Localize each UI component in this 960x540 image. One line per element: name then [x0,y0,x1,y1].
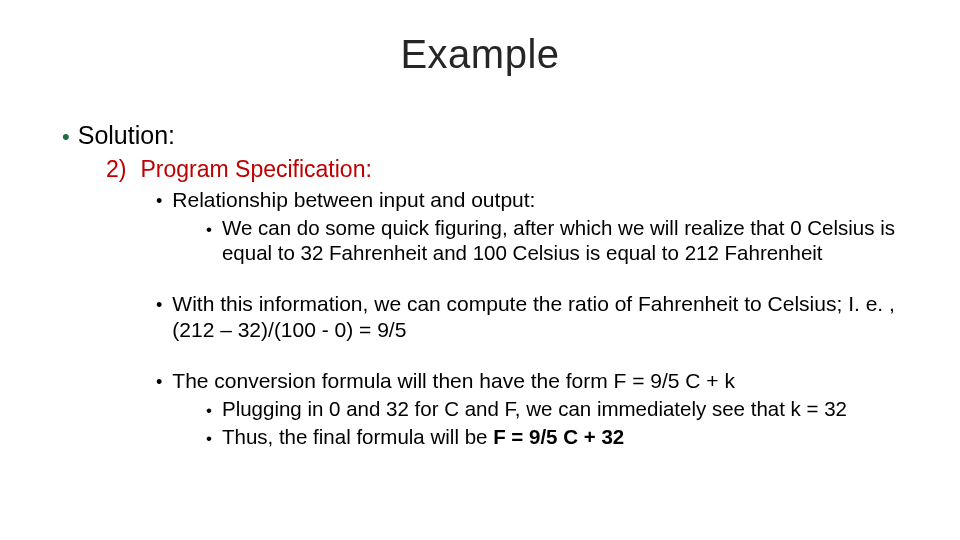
bullet-icon: • [156,372,162,394]
lvl3-text: With this information, we can compute th… [172,291,924,342]
lvl4-prefix: Thus, the final formula will be [222,425,493,448]
bullet-icon: • [206,401,212,422]
bullet-icon: • [156,295,162,317]
spacer [62,342,924,364]
bullet-level-4: • Plugging in 0 and 32 for C and F, we c… [206,396,924,422]
bullet-level-1: • Solution: [62,121,924,150]
lvl1-text: Solution: [78,121,175,150]
bullet-level-4: • Thus, the final formula will be F = 9/… [206,424,924,450]
bullet-level-2: 2) Program Specification: [106,156,924,183]
lvl3-text: Relationship between input and output: [172,187,535,213]
bullet-level-3: • Relationship between input and output: [156,187,924,213]
slide-title: Example [0,32,960,77]
slide: Example • Solution: 2) Program Specifica… [0,32,960,540]
bullet-icon: • [62,126,70,148]
spacer [62,265,924,287]
lvl4-bold: F = 9/5 C + 32 [493,425,624,448]
slide-content: • Solution: 2) Program Specification: • … [0,121,960,450]
bullet-level-3: • With this information, we can compute … [156,291,924,342]
bullet-icon: • [156,191,162,213]
bullet-level-3: • The conversion formula will then have … [156,368,924,394]
bullet-icon: • [206,220,212,241]
lvl4-text: Thus, the final formula will be F = 9/5 … [222,424,624,449]
lvl4-text: Plugging in 0 and 32 for C and F, we can… [222,396,847,421]
list-number: 2) [106,156,126,183]
bullet-icon: • [206,429,212,450]
lvl4-text: We can do some quick figuring, after whi… [222,215,924,265]
lvl3-text: The conversion formula will then have th… [172,368,735,394]
bullet-level-4: • We can do some quick figuring, after w… [206,215,924,265]
lvl2-text: Program Specification: [140,156,371,183]
